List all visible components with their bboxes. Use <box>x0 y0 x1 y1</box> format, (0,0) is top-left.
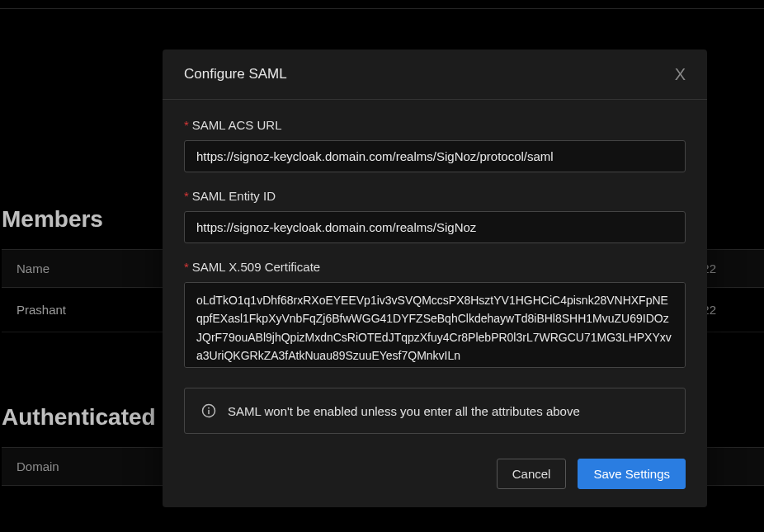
svg-rect-2 <box>208 410 210 414</box>
modal-title: Configure SAML <box>184 66 287 82</box>
svg-point-1 <box>208 407 210 409</box>
saml-acs-url-label: *SAML ACS URL <box>184 118 686 132</box>
cancel-button[interactable]: Cancel <box>497 459 567 489</box>
required-star-icon: * <box>184 260 189 274</box>
required-star-icon: * <box>184 118 189 132</box>
saml-cert-label: *SAML X.509 Certificate <box>184 260 686 274</box>
saml-acs-url-input[interactable] <box>184 140 686 172</box>
label-text: SAML X.509 Certificate <box>192 260 320 274</box>
modal-header: Configure SAML X <box>163 49 707 100</box>
save-settings-button[interactable]: Save Settings <box>578 459 686 489</box>
modal-footer: Cancel Save Settings <box>163 452 707 507</box>
saml-cert-textarea[interactable]: oLdTkO1q1vDhf68rxRXoEYEEVp1iv3vSVQMccsPX… <box>184 282 686 368</box>
close-button[interactable]: X <box>675 66 686 82</box>
saml-acs-url-group: *SAML ACS URL <box>184 118 686 172</box>
saml-entity-id-label: *SAML Entity ID <box>184 189 686 203</box>
info-banner: SAML won't be enabled unless you enter a… <box>184 388 686 434</box>
required-star-icon: * <box>184 189 189 203</box>
info-text: SAML won't be enabled unless you enter a… <box>228 404 580 418</box>
saml-entity-id-group: *SAML Entity ID <box>184 189 686 243</box>
saml-cert-group: *SAML X.509 Certificate oLdTkO1q1vDhf68r… <box>184 260 686 371</box>
modal-body: *SAML ACS URL *SAML Entity ID *SAML X.50… <box>163 100 707 452</box>
label-text: SAML Entity ID <box>192 189 276 203</box>
label-text: SAML ACS URL <box>192 118 282 132</box>
info-icon <box>201 403 216 418</box>
saml-entity-id-input[interactable] <box>184 211 686 243</box>
configure-saml-modal: Configure SAML X *SAML ACS URL *SAML Ent… <box>163 49 707 507</box>
